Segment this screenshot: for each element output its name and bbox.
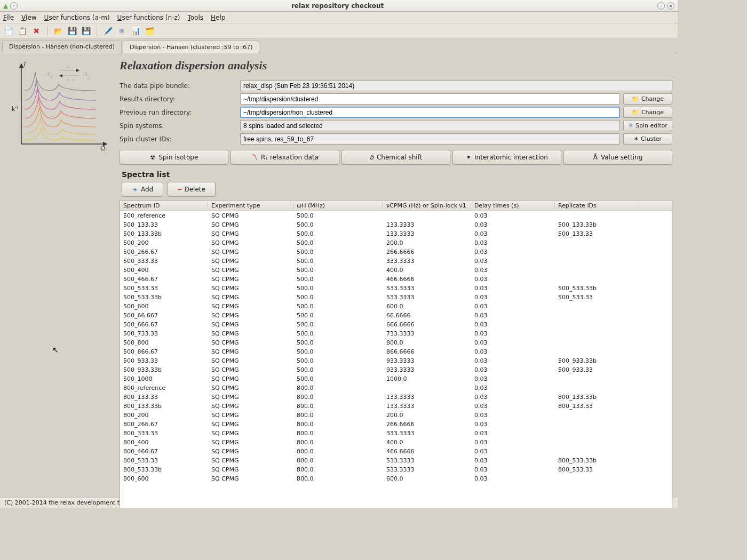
table-row[interactable]: 500_1000SQ CPMG500.01000.00.03 bbox=[120, 374, 672, 383]
cell: SQ CPMG bbox=[208, 321, 293, 328]
table-row[interactable]: 500_333.33SQ CPMG500.0333.33330.03 bbox=[120, 257, 672, 266]
col-vcpmg[interactable]: νCPMG (Hz) or Spin-lock ν1 bbox=[383, 202, 471, 209]
close-button[interactable]: × bbox=[667, 2, 674, 10]
table-row[interactable]: 500_referenceSQ CPMG500.00.03 bbox=[120, 211, 672, 220]
delete-button[interactable]: ━Delete bbox=[168, 182, 216, 197]
save-icon[interactable]: 💾 bbox=[67, 26, 77, 36]
table-row[interactable]: 800_333.33SQ CPMG800.0333.33330.03 bbox=[120, 429, 672, 438]
col-replicate[interactable]: Replicate IDs bbox=[555, 202, 640, 209]
table-row[interactable]: 500_933.33SQ CPMG500.0933.33330.03500_93… bbox=[120, 356, 672, 365]
table-row[interactable]: 500_933.33bSQ CPMG500.0933.33330.03500_9… bbox=[120, 365, 672, 374]
molecule-icon[interactable]: ⚛ bbox=[116, 26, 127, 36]
delete-icon[interactable]: ✖ bbox=[31, 26, 42, 36]
open-icon[interactable]: 📂 bbox=[53, 26, 63, 36]
menubar: File View User functions (a-m) User func… bbox=[0, 12, 678, 23]
menu-help[interactable]: Help bbox=[211, 14, 225, 21]
tab-clustered[interactable]: Dispersion - Hansen (clustered :59 to :6… bbox=[123, 41, 259, 53]
angstrom-icon: Å bbox=[593, 154, 598, 161]
table-row[interactable]: 800_600SQ CPMG800.0600.00.03 bbox=[120, 474, 672, 483]
chart-icon[interactable]: 📊 bbox=[130, 26, 141, 36]
table-row[interactable]: 800_466.67SQ CPMG800.0466.66660.03 bbox=[120, 447, 672, 456]
table-row[interactable]: 800_266.67SQ CPMG800.0266.66660.03 bbox=[120, 420, 672, 429]
cell: 500_133.33b bbox=[555, 221, 640, 228]
table-row[interactable]: 500_600SQ CPMG500.0600.00.03 bbox=[120, 302, 672, 311]
table-row[interactable]: 500_466.67SQ CPMG500.0466.66660.03 bbox=[120, 275, 672, 284]
cell: 500_466.67 bbox=[120, 276, 208, 283]
cell: 500.0 bbox=[293, 294, 383, 301]
table-row[interactable]: 800_533.33bSQ CPMG800.0533.33330.03800_5… bbox=[120, 465, 672, 474]
table-body[interactable]: 500_referenceSQ CPMG500.00.03500_133.33S… bbox=[120, 211, 672, 508]
menu-ufam[interactable]: User functions (a-m) bbox=[44, 14, 110, 21]
cluster-button[interactable]: ✶Cluster bbox=[623, 133, 672, 145]
table-row[interactable]: 800_133.33bSQ CPMG800.0133.33330.03800_1… bbox=[120, 402, 672, 411]
cell: 333.3333 bbox=[383, 430, 471, 437]
curve-icon: 〽 bbox=[251, 154, 258, 161]
menu-tools[interactable]: Tools bbox=[187, 14, 203, 21]
cell: 0.03 bbox=[471, 267, 555, 274]
table-row[interactable]: 800_133.33SQ CPMG800.0133.33330.03800_13… bbox=[120, 393, 672, 402]
table-row[interactable]: 500_266.67SQ CPMG500.0266.66660.03 bbox=[120, 247, 672, 257]
chemical-shift-button[interactable]: δChemical shift bbox=[341, 150, 450, 165]
col-delay[interactable]: Delay times (s) bbox=[471, 202, 555, 209]
copy-icon[interactable]: 📋 bbox=[17, 26, 28, 36]
table-row[interactable]: 500_533.33bSQ CPMG500.0533.33330.03500_5… bbox=[120, 293, 672, 302]
cell: 0.03 bbox=[471, 475, 555, 482]
tab-non-clustered[interactable]: Dispersion - Hansen (non-clustered) bbox=[2, 40, 122, 53]
menu-button[interactable]: ◦ bbox=[10, 2, 18, 10]
table-row[interactable]: 500_800SQ CPMG500.0800.00.03 bbox=[120, 338, 672, 347]
app-icon: ▲ bbox=[3, 2, 8, 10]
cell: 500_933.33b bbox=[120, 366, 208, 373]
cell: 500.0 bbox=[293, 339, 383, 346]
table-row[interactable]: 800_400SQ CPMG800.0400.00.03 bbox=[120, 438, 672, 447]
cell: 200.0 bbox=[383, 239, 471, 246]
menu-ufnz[interactable]: User functions (n-z) bbox=[117, 14, 180, 21]
pipe-icon[interactable]: 🗂️ bbox=[144, 26, 155, 36]
col-spectrum-id[interactable]: Spectrum ID bbox=[120, 202, 208, 209]
cell: 0.03 bbox=[471, 321, 555, 328]
results-label: Results directory: bbox=[120, 95, 237, 103]
col-exp-type[interactable]: Experiment type bbox=[208, 202, 293, 209]
table-row[interactable]: 500_200SQ CPMG500.0200.00.03 bbox=[120, 238, 672, 247]
cell: SQ CPMG bbox=[208, 249, 293, 255]
minus-icon: ━ bbox=[178, 186, 181, 193]
table-row[interactable]: 800_200SQ CPMG800.0200.00.03 bbox=[120, 411, 672, 420]
table-row[interactable]: 500_400SQ CPMG500.0400.00.03 bbox=[120, 266, 672, 275]
table-row[interactable]: 800_referenceSQ CPMG800.00.03 bbox=[120, 383, 672, 393]
cell: 0.03 bbox=[471, 249, 555, 255]
radioactive-icon: ☢ bbox=[150, 154, 156, 161]
cell: 0.03 bbox=[471, 276, 555, 283]
col-wh[interactable]: ωH (MHz) bbox=[293, 202, 383, 209]
change-results-button[interactable]: 📁Change bbox=[623, 93, 672, 105]
table-row[interactable]: 500_533.33SQ CPMG500.0533.33330.03500_53… bbox=[120, 284, 672, 293]
previous-field[interactable] bbox=[240, 107, 620, 118]
saveas-icon[interactable]: 💾 bbox=[81, 26, 91, 36]
table-row[interactable]: 500_666.67SQ CPMG500.0666.66660.03 bbox=[120, 320, 672, 329]
dispersion-plot-icon: I Ω k-1 A1 A2 k₁ k₋₁ bbox=[5, 59, 112, 155]
minimize-button[interactable]: – bbox=[657, 2, 665, 10]
cell: 466.6666 bbox=[383, 276, 471, 283]
new-icon[interactable]: 📄 bbox=[3, 26, 14, 36]
interatomic-button[interactable]: ⚭Interatomic interaction bbox=[452, 150, 561, 165]
results-field[interactable] bbox=[240, 93, 620, 105]
svg-text:I: I bbox=[23, 60, 26, 68]
table-row[interactable]: 500_733.33SQ CPMG500.0733.33330.03 bbox=[120, 329, 672, 338]
table-row[interactable]: 500_133.33bSQ CPMG500.0133.33330.03500_1… bbox=[120, 229, 672, 238]
value-setting-button[interactable]: ÅValue setting bbox=[563, 150, 672, 165]
spin-isotope-button[interactable]: ☢Spin isotope bbox=[120, 150, 228, 165]
menu-file[interactable]: File bbox=[3, 14, 14, 21]
table-row[interactable]: 500_66.667SQ CPMG500.066.66660.03 bbox=[120, 311, 672, 320]
r1-relaxation-button[interactable]: 〽R₁ relaxation data bbox=[231, 150, 339, 165]
table-row[interactable]: 800_533.33SQ CPMG800.0533.33330.03800_53… bbox=[120, 456, 672, 465]
cell: 0.03 bbox=[471, 348, 555, 355]
table-row[interactable]: 500_866.67SQ CPMG500.0866.66660.03 bbox=[120, 347, 672, 356]
menu-view[interactable]: View bbox=[21, 14, 36, 21]
relax-icon[interactable]: 🖊️ bbox=[102, 26, 113, 36]
cell: 0.03 bbox=[471, 366, 555, 373]
cell: SQ CPMG bbox=[208, 276, 293, 283]
cell: 500_133.33b bbox=[120, 230, 208, 237]
spin-editor-button[interactable]: ⚛Spin editor bbox=[623, 120, 672, 131]
table-row[interactable]: 500_133.33SQ CPMG500.0133.33330.03500_13… bbox=[120, 220, 672, 229]
add-button[interactable]: ＋Add bbox=[122, 182, 163, 197]
cell: SQ CPMG bbox=[208, 412, 293, 419]
change-previous-button[interactable]: 📁Change bbox=[623, 107, 672, 118]
